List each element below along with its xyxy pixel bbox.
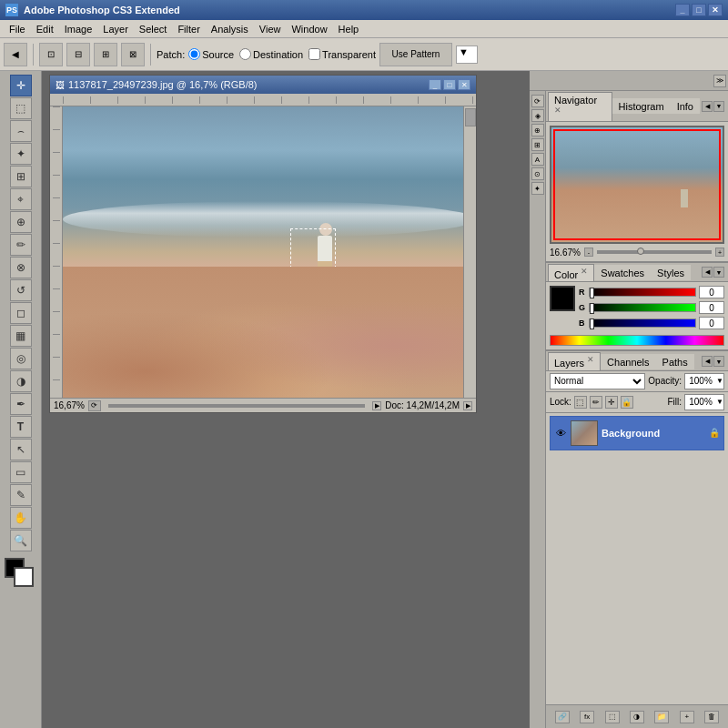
red-slider-track[interactable] bbox=[589, 288, 696, 297]
transparent-radio[interactable]: Transparent bbox=[308, 48, 376, 60]
slider-btn[interactable]: ▶ bbox=[372, 401, 381, 410]
tab-histogram[interactable]: Histogram bbox=[612, 98, 671, 114]
green-slider-thumb[interactable] bbox=[590, 303, 594, 314]
zoom-in-btn[interactable]: + bbox=[715, 248, 724, 257]
doc-minimize[interactable]: _ bbox=[429, 79, 441, 90]
lock-position-btn[interactable]: ✛ bbox=[605, 396, 618, 409]
link-layers-btn[interactable]: 🔗 bbox=[555, 711, 570, 723]
scrollbar-right[interactable] bbox=[463, 106, 476, 398]
tool-brush[interactable]: ✏ bbox=[10, 234, 32, 256]
collapse-btn[interactable]: ≫ bbox=[713, 75, 726, 87]
minimize-button[interactable]: _ bbox=[675, 4, 690, 16]
mini-tool-5[interactable]: A bbox=[531, 153, 544, 166]
menu-window[interactable]: Window bbox=[286, 22, 332, 36]
tool-clone[interactable]: ⊗ bbox=[10, 257, 32, 278]
tool-icon-3[interactable]: ⊞ bbox=[94, 43, 117, 66]
tool-path-select[interactable]: ↖ bbox=[10, 439, 32, 460]
green-slider-track[interactable] bbox=[589, 303, 696, 312]
tab-swatches[interactable]: Swatches bbox=[594, 265, 651, 280]
use-pattern-button[interactable]: Use Pattern bbox=[379, 43, 452, 66]
tool-notes[interactable]: ✎ bbox=[10, 484, 32, 506]
zoom-icon[interactable]: ⟳ bbox=[88, 400, 101, 411]
menu-image[interactable]: Image bbox=[59, 22, 98, 36]
tool-zoom[interactable]: 🔍 bbox=[10, 530, 32, 551]
tab-info[interactable]: Info bbox=[671, 98, 700, 114]
menu-select[interactable]: Select bbox=[134, 22, 173, 36]
layers-ctrl-2[interactable]: ▼ bbox=[713, 356, 724, 367]
tool-icon-4[interactable]: ⊠ bbox=[121, 43, 145, 66]
blue-slider-thumb[interactable] bbox=[590, 318, 594, 329]
opacity-arrow[interactable]: ▼ bbox=[716, 377, 723, 385]
mini-tool-1[interactable]: ⟳ bbox=[531, 95, 544, 107]
blend-mode-select[interactable]: Normal bbox=[550, 373, 645, 389]
tab-styles[interactable]: Styles bbox=[651, 265, 691, 280]
destination-radio[interactable]: Destination bbox=[239, 48, 303, 60]
tool-eraser[interactable]: ◻ bbox=[10, 302, 32, 324]
new-layer-btn[interactable]: + bbox=[680, 711, 694, 723]
menu-file[interactable]: File bbox=[4, 22, 31, 36]
scrollbar-thumb[interactable] bbox=[465, 108, 476, 126]
fill-control[interactable]: 100% ▼ bbox=[684, 394, 724, 410]
tool-pen[interactable]: ✒ bbox=[10, 393, 32, 415]
tool-text[interactable]: T bbox=[10, 416, 32, 438]
tool-gradient[interactable]: ▦ bbox=[10, 325, 32, 347]
mini-tool-3[interactable]: ⊕ bbox=[531, 124, 544, 136]
blue-slider-track[interactable] bbox=[589, 318, 696, 328]
color-close[interactable]: ✕ bbox=[581, 267, 588, 276]
lock-image-btn[interactable]: ✏ bbox=[590, 396, 602, 409]
lock-all-btn[interactable]: 🔒 bbox=[621, 396, 633, 409]
tool-crop[interactable]: ⊞ bbox=[10, 166, 32, 187]
tab-navigator[interactable]: Navigator ✕ bbox=[548, 92, 612, 121]
tool-shape[interactable]: ▭ bbox=[10, 461, 32, 483]
mini-tool-7[interactable]: ✦ bbox=[531, 182, 544, 195]
zoom-slider-track[interactable] bbox=[597, 250, 712, 254]
tool-lasso[interactable]: ⌢ bbox=[10, 120, 32, 142]
back-button[interactable]: ◀ bbox=[4, 43, 27, 66]
zoom-slider-thumb[interactable] bbox=[637, 248, 644, 255]
tool-eyedropper-tool[interactable]: ⌖ bbox=[10, 188, 32, 210]
background-color[interactable] bbox=[14, 567, 34, 587]
color-spectrum[interactable] bbox=[550, 335, 724, 346]
b-value[interactable]: 0 bbox=[699, 317, 724, 329]
r-value[interactable]: 0 bbox=[699, 286, 724, 298]
doc-close[interactable]: ✕ bbox=[458, 79, 470, 90]
fill-arrow[interactable]: ▼ bbox=[716, 398, 723, 406]
navigator-close[interactable]: ✕ bbox=[554, 106, 561, 115]
tool-rectangular-marquee[interactable]: ⬚ bbox=[10, 97, 32, 119]
nav-ctrl-2[interactable]: ▼ bbox=[713, 101, 724, 112]
source-radio[interactable]: Source bbox=[188, 48, 234, 60]
tab-paths[interactable]: Paths bbox=[656, 354, 694, 369]
layer-eye-icon[interactable]: 👁 bbox=[554, 427, 567, 440]
tab-channels[interactable]: Channels bbox=[601, 354, 655, 369]
pattern-dropdown[interactable]: ▼ bbox=[456, 46, 478, 64]
mini-tool-4[interactable]: ⊞ bbox=[531, 138, 544, 151]
maximize-button[interactable]: □ bbox=[692, 4, 706, 16]
fg-color-swatch[interactable] bbox=[550, 286, 575, 311]
layer-item[interactable]: 👁 Background 🔒 bbox=[550, 416, 724, 450]
info-arrow[interactable]: ▶ bbox=[463, 401, 472, 410]
delete-layer-btn[interactable]: 🗑 bbox=[704, 711, 719, 723]
tool-hand[interactable]: ✋ bbox=[10, 507, 32, 529]
adjustment-btn[interactable]: ◑ bbox=[630, 711, 644, 723]
menu-edit[interactable]: Edit bbox=[31, 22, 59, 36]
lock-transparent-btn[interactable]: ⬚ bbox=[574, 396, 587, 409]
tab-color[interactable]: Color ✕ bbox=[548, 264, 594, 282]
color-ctrl-2[interactable]: ▼ bbox=[713, 267, 724, 278]
tool-icon-2[interactable]: ⊟ bbox=[66, 43, 90, 66]
doc-maximize[interactable]: □ bbox=[443, 79, 456, 90]
zoom-out-btn[interactable]: - bbox=[584, 248, 593, 257]
mask-btn[interactable]: ⬚ bbox=[605, 711, 620, 723]
group-btn[interactable]: 📁 bbox=[654, 711, 669, 723]
nav-ctrl-1[interactable]: ◀ bbox=[702, 101, 713, 112]
tool-history-brush[interactable]: ↺ bbox=[10, 279, 32, 301]
menu-help[interactable]: Help bbox=[333, 22, 365, 36]
g-value[interactable]: 0 bbox=[699, 301, 724, 314]
tool-move[interactable]: ✛ bbox=[10, 75, 32, 96]
color-selector[interactable] bbox=[5, 558, 37, 591]
menu-analysis[interactable]: Analysis bbox=[206, 22, 254, 36]
mini-tool-6[interactable]: ⊙ bbox=[531, 167, 544, 180]
layers-close[interactable]: ✕ bbox=[587, 355, 594, 364]
menu-layer[interactable]: Layer bbox=[97, 22, 134, 36]
opacity-control[interactable]: 100% ▼ bbox=[684, 373, 724, 389]
tool-blur[interactable]: ◎ bbox=[10, 348, 32, 369]
